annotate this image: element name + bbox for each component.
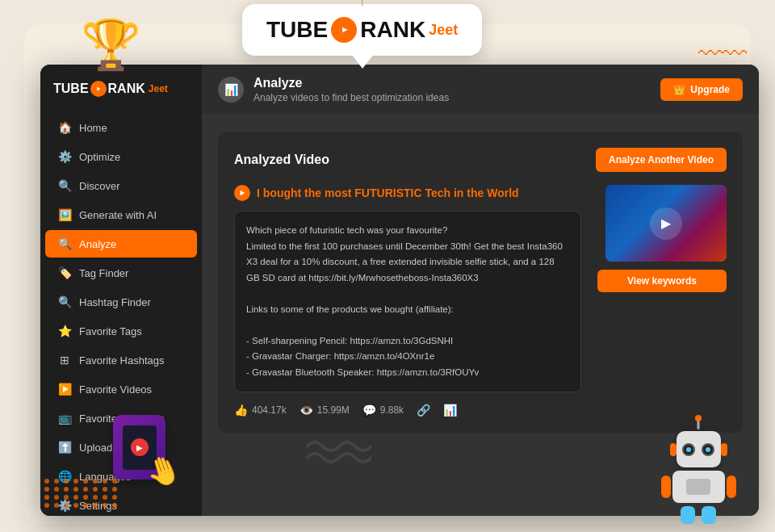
sidebar-item-optimize[interactable]: ⚙️ Optimize [45, 143, 197, 170]
thumbnail-figure: ▶ [605, 185, 727, 262]
page-header: 📊 Analyze Analyze videos to find best op… [202, 65, 759, 115]
video-title: I bought the most FUTURISTIC Tech in the… [234, 185, 581, 201]
robot-decoration [662, 431, 735, 524]
logo-tube: TUBE [53, 82, 89, 96]
sidebar-label-favorite-videos: Favorite Videos [79, 383, 152, 396]
views-icon: 👁️ [300, 404, 313, 417]
views-count: 15.99M [317, 404, 350, 416]
logo-rank: RANK [108, 82, 145, 96]
sidebar-item-favorite-tags[interactable]: ⭐ Favorite Tags [45, 317, 197, 345]
video-details: I bought the most FUTURISTIC Tech in the… [234, 185, 581, 417]
svg-marker-0 [342, 27, 348, 33]
sidebar-logo: TUBE RANK Jeet [40, 71, 202, 107]
sidebar-label-hashtag-finder: Hashtag Finder [79, 296, 151, 308]
comments-icon: 💬 [362, 404, 376, 417]
views-stat: 👁️ 15.99M [300, 404, 350, 417]
share-stat: 🔗 [417, 404, 430, 417]
upgrade-icon: 👑 [673, 84, 685, 95]
likes-icon: 👍 [234, 404, 248, 417]
sidebar-label-generate-ai: Generate with AI [79, 209, 157, 221]
analyze-another-button[interactable]: Analyze Another Video [596, 148, 727, 172]
title-play-icon [234, 185, 250, 201]
trophy-decoration: 🏆 [81, 16, 141, 73]
video-thumbnail: ▶ [605, 185, 727, 262]
video-stats: 👍 404.17k 👁️ 15.99M 💬 9.88k [234, 404, 581, 417]
header-text: Analyze Analyze videos to find best opti… [253, 76, 449, 103]
page-subtitle: Analyze videos to find best optimization… [253, 92, 449, 103]
video-thumbnail-area: ▶ View keywords [597, 185, 727, 417]
view-keywords-button[interactable]: View keywords [597, 270, 727, 292]
sidebar-label-optimize: Optimize [79, 151, 120, 163]
bubble-logo-jeet: Jeet [429, 22, 458, 39]
video-title-text: I bought the most FUTURISTIC Tech in the… [257, 186, 519, 199]
extra-stat: 📊 [443, 404, 457, 417]
sidebar-label-home: Home [79, 122, 107, 134]
comments-count: 9.88k [380, 404, 404, 416]
logo-6-icon [90, 81, 107, 97]
sidebar-label-analyze: Analyze [79, 238, 116, 250]
sidebar-label-favorite-tags: Favorite Tags [79, 325, 142, 337]
tag-finder-icon: 🏷️ [58, 266, 71, 279]
bubble-logo-6 [331, 17, 357, 43]
home-icon: 🏠 [58, 121, 71, 134]
sidebar-item-hashtag-finder[interactable]: 🔍 Hashtag Finder [45, 288, 197, 316]
wave-decoration [307, 440, 371, 467]
header-icon: 📊 [218, 77, 244, 103]
optimize-icon: ⚙️ [58, 150, 71, 163]
bubble-logo-rank: RANK [360, 17, 425, 43]
likes-stat: 👍 404.17k [234, 404, 287, 417]
sidebar-item-tag-finder[interactable]: 🏷️ Tag Finder [45, 259, 197, 287]
favorite-videos-icon: ▶️ [58, 383, 71, 396]
hashtag-finder-icon: 🔍 [58, 295, 71, 308]
sidebar-item-generate-ai[interactable]: 🖼️ Generate with AI [45, 201, 197, 228]
generate-ai-icon: 🖼️ [58, 208, 71, 221]
sidebar-item-favorite-videos[interactable]: ▶️ Favorite Videos [45, 375, 197, 403]
svg-marker-1 [97, 87, 100, 91]
dots-decoration [44, 479, 119, 508]
description-text: Which piece of futuristic tech was your … [246, 223, 569, 380]
sidebar-label-favorite-hashtags: Favorite Hashtags [79, 354, 165, 367]
discover-icon: 🔍 [58, 179, 71, 192]
analyze-icon: 🔍 [58, 237, 71, 250]
sidebar-label-discover: Discover [79, 180, 120, 192]
favorite-hashtags-icon: ⊞ [58, 354, 71, 367]
upgrade-button[interactable]: 👑 Upgrade [660, 78, 743, 101]
sidebar-item-favorite-hashtags[interactable]: ⊞ Favorite Hashtags [45, 346, 197, 374]
page-title: Analyze [253, 76, 449, 90]
logo-jeet: Jeet [149, 83, 168, 94]
logo-bubble: TUBE RANK Jeet ↑ [242, 4, 482, 56]
header-left: 📊 Analyze Analyze videos to find best op… [218, 76, 449, 103]
card-header: Analyzed Video Analyze Another Video [234, 148, 727, 172]
extra-icon: 📊 [443, 404, 457, 417]
likes-count: 404.17k [252, 404, 287, 416]
svg-marker-2 [241, 191, 245, 196]
sidebar-item-analyze[interactable]: 🔍 Analyze [45, 230, 197, 258]
video-description: Which piece of futuristic tech was your … [234, 211, 581, 392]
bubble-tail [351, 54, 374, 69]
sidebar-item-home[interactable]: 🏠 Home [45, 114, 197, 141]
uploads-icon: ⬆️ [58, 441, 71, 454]
hand-decoration: ▶ 🤚 [113, 411, 178, 484]
favorite-tags-icon: ⭐ [58, 325, 71, 337]
bubble-logo-tube: TUBE [266, 17, 328, 43]
favorite-channels-icon: 📺 [58, 412, 71, 425]
sidebar-item-discover[interactable]: 🔍 Discover [45, 172, 197, 199]
share-icon: 🔗 [417, 404, 430, 417]
card-title: Analyzed Video [234, 153, 329, 167]
squiggle-decoration: 〰〰 [698, 40, 747, 68]
sidebar-label-tag-finder: Tag Finder [79, 267, 128, 279]
sidebar-label-uploads: Uploads [79, 442, 118, 454]
video-content: I bought the most FUTURISTIC Tech in the… [234, 185, 727, 417]
comments-stat: 💬 9.88k [362, 404, 404, 417]
upgrade-label: Upgrade [690, 84, 730, 95]
analyzed-video-card: Analyzed Video Analyze Another Video I b… [218, 132, 743, 433]
